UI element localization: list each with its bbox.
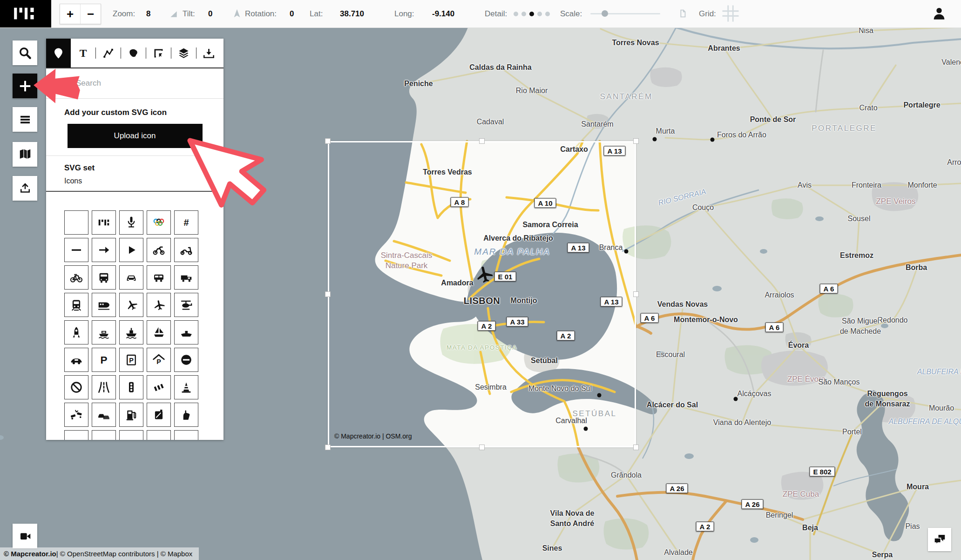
panel-tab-region[interactable]	[121, 39, 146, 67]
rocket-icon	[69, 325, 83, 339]
svg-icon-car-crash[interactable]	[64, 403, 88, 427]
svg-icon-arrow-right[interactable]	[92, 238, 116, 262]
svg-icon-parking[interactable]: P	[92, 348, 116, 372]
feedback-chat-button[interactable]	[928, 528, 951, 551]
user-account-icon[interactable]	[931, 6, 947, 22]
svg-set-select[interactable]: Icons	[64, 177, 223, 185]
lat-value[interactable]: 38.710	[340, 0, 364, 27]
svg-icon-mc-logo[interactable]	[92, 210, 116, 235]
svg-icon-bus[interactable]	[92, 265, 116, 290]
long-value[interactable]: -9.140	[432, 0, 454, 27]
selection-handle[interactable]	[325, 291, 331, 297]
tilt-value[interactable]: 0	[208, 0, 212, 27]
svg-icon-prohibited[interactable]	[64, 375, 88, 399]
svg-icon-plane[interactable]	[147, 293, 171, 317]
detail-dot-2[interactable]	[521, 12, 526, 16]
sidebar-menu-button[interactable]	[13, 107, 37, 132]
svg-icon-ferry[interactable]	[92, 320, 116, 344]
svg-text:P: P	[156, 358, 161, 365]
mapcreator-logo[interactable]	[0, 0, 51, 27]
panel-tab-download[interactable]	[196, 39, 221, 67]
svg-icon-two-cars[interactable]	[92, 403, 116, 427]
zoom-out-button[interactable]: −	[80, 4, 101, 24]
svg-icon-moped[interactable]	[174, 238, 198, 262]
svg-icon-olympic-rings[interactable]	[147, 210, 171, 235]
map-label: Estremoz	[840, 251, 873, 260]
grid-toggle-icon[interactable]	[721, 4, 740, 24]
map-label: Escoural	[656, 351, 685, 359]
scale-slider-thumb[interactable]	[602, 10, 608, 17]
selection-handle[interactable]	[633, 138, 639, 144]
sidebar-export-button[interactable]	[13, 176, 37, 201]
svg-icon-bicycle[interactable]	[64, 265, 88, 290]
svg-icon-fuel-pump[interactable]	[119, 403, 143, 427]
svg-icon-train[interactable]	[64, 293, 88, 317]
scale-slider[interactable]	[590, 13, 660, 14]
svg-icon-parking-garage[interactable]: P	[147, 348, 171, 372]
sidebar-add-button[interactable]	[13, 74, 37, 98]
upload-icon-button[interactable]: Upload icon	[68, 124, 203, 148]
zoom-in-button[interactable]: +	[60, 4, 80, 24]
selection-handle[interactable]	[479, 138, 485, 144]
svg-icon-blank[interactable]	[64, 430, 88, 440]
svg-icon-motorcycle[interactable]	[147, 238, 171, 262]
svg-icon-jerrycan[interactable]	[147, 403, 171, 427]
svg-icon-microphone[interactable]	[119, 210, 143, 235]
svg-icon-blank[interactable]	[147, 430, 171, 440]
svg-icon-helicopter[interactable]	[174, 293, 198, 317]
svg-icon-hand[interactable]	[174, 403, 198, 427]
svg-icon-hash[interactable]: #	[174, 210, 198, 235]
detail-dot-1[interactable]	[514, 12, 518, 16]
svg-icon-ship[interactable]	[119, 320, 143, 344]
svg-icon-play[interactable]	[119, 238, 143, 262]
svg-icon-sailboat[interactable]	[147, 320, 171, 344]
svg-icon-car[interactable]	[119, 265, 143, 290]
selection-handle[interactable]	[633, 291, 639, 297]
rotation-value[interactable]: 0	[290, 0, 294, 27]
svg-icon-boat[interactable]	[174, 320, 198, 344]
svg-icon-rocket[interactable]	[64, 320, 88, 344]
svg-icon-van[interactable]	[147, 265, 171, 290]
svg-icon-motorway[interactable]	[92, 375, 116, 399]
detail-dot-3[interactable]	[529, 12, 534, 16]
presentation-mode-button[interactable]	[13, 524, 37, 548]
svg-icon-parking-sign[interactable]: P	[119, 348, 143, 372]
map-label: Grândola	[611, 471, 642, 479]
selection-handle[interactable]	[325, 445, 331, 450]
sidebar-map-styles-button[interactable]	[13, 142, 37, 167]
panel-tab-pin[interactable]	[46, 39, 71, 67]
svg-icon-car-side[interactable]	[64, 348, 88, 372]
map-label: Moura	[907, 483, 929, 491]
svg-icon-blank[interactable]	[174, 430, 198, 440]
svg-icon-blank[interactable]	[119, 430, 143, 440]
sidebar-search-button[interactable]	[13, 40, 37, 65]
detail-dot-5[interactable]	[545, 12, 550, 16]
svg-icon-blank[interactable]	[92, 430, 116, 440]
svg-icon-traffic-light[interactable]	[119, 375, 143, 399]
page-icon[interactable]	[677, 8, 688, 19]
svg-icon-no-entry[interactable]	[174, 348, 198, 372]
svg-text:#: #	[183, 217, 189, 228]
map-label: PORTALEGRE	[812, 124, 877, 133]
detail-dot-4[interactable]	[537, 12, 542, 16]
icon-search-input[interactable]	[75, 78, 193, 88]
zoom-value[interactable]: 8	[146, 0, 150, 27]
map-label: Pias	[905, 522, 920, 531]
selection-handle[interactable]	[325, 138, 331, 144]
selection-handle[interactable]	[479, 445, 485, 450]
detail-level-control[interactable]	[514, 0, 550, 27]
svg-icon-truck[interactable]	[174, 265, 198, 290]
svg-icon-high-speed-train[interactable]	[92, 293, 116, 317]
panel-tab-layers[interactable]	[171, 39, 196, 67]
svg-icon-traffic-cone[interactable]	[174, 375, 198, 399]
svg-icon-blank[interactable]	[64, 210, 88, 235]
panel-tab-text[interactable]: T	[71, 39, 95, 67]
map-selection-frame[interactable]	[328, 141, 636, 447]
panel-tab-frame[interactable]	[146, 39, 171, 67]
svg-icon-minus-line[interactable]	[64, 238, 88, 262]
selection-handle[interactable]	[633, 445, 639, 450]
panel-tab-line[interactable]	[96, 39, 121, 67]
svg-icon-road-marks[interactable]	[147, 375, 171, 399]
svg-icon-plane-takeoff[interactable]	[119, 293, 143, 317]
map-label: Rio Maior	[516, 87, 548, 95]
